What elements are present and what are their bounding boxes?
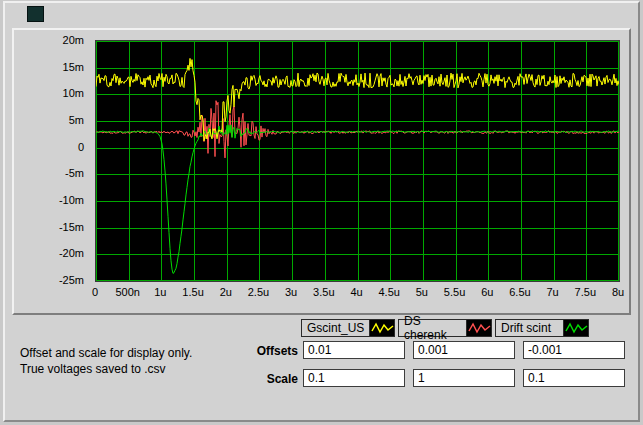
legend-label-ds-cherenk: DS cherenk <box>404 314 466 342</box>
y-tick-label: 5m <box>14 114 84 127</box>
scale-input-ds-cherenk[interactable] <box>413 369 515 387</box>
x-axis-labels: 0500n1u1.5u2u2.5u3u3.5u4u4.5u5u5.5u6u6.5… <box>95 286 620 300</box>
x-tick-label: 8u <box>593 286 643 299</box>
y-tick-label: -5m <box>14 167 84 180</box>
offsets-label: Offsets <box>238 344 298 358</box>
y-tick-label: -10m <box>14 194 84 207</box>
help-line-1: Offset and scale for display only. <box>20 345 192 361</box>
waveform-graph-frame: 20m15m10m5m0-5m-10m-15m-20m-25m 0500n1u1… <box>12 28 631 315</box>
waveform-color-icon-drift-scint[interactable] <box>563 320 588 336</box>
y-tick-label: 0 <box>14 141 84 154</box>
offset-input-ds-cherenk[interactable] <box>413 341 515 359</box>
help-line-2: True voltages saved to .csv <box>20 361 192 377</box>
trace-gscint-us <box>96 58 619 140</box>
waveform-color-icon-ds-cherenk[interactable] <box>466 320 491 336</box>
trace-ds-cherenk <box>96 101 619 158</box>
app-icon <box>27 6 44 22</box>
y-tick-label: 10m <box>14 87 84 100</box>
legend-item-gscint-us[interactable]: Gscint_US <box>301 319 395 337</box>
grid-lines <box>96 41 619 281</box>
legend-label-drift-scint: Drift scint <box>501 321 551 335</box>
legend-label-gscint-us: Gscint_US <box>307 321 364 335</box>
trace-drift-scint <box>96 125 619 274</box>
scale-input-gscint-us[interactable] <box>303 369 405 387</box>
y-tick-label: 20m <box>14 34 84 47</box>
scale-label: Scale <box>238 372 298 386</box>
help-text: Offset and scale for display only. True … <box>20 345 192 377</box>
legend-item-drift-scint[interactable]: Drift scint <box>495 319 589 337</box>
offset-input-drift-scint[interactable] <box>523 341 625 359</box>
y-tick-label: -20m <box>14 247 84 260</box>
y-tick-label: 15m <box>14 61 84 74</box>
legend-item-ds-cherenk[interactable]: DS cherenk <box>398 319 492 337</box>
waveform-color-icon-gscint-us[interactable] <box>369 320 394 336</box>
waveform-plot-area[interactable] <box>95 40 620 282</box>
y-tick-label: -15m <box>14 221 84 234</box>
y-axis-labels: 20m15m10m5m0-5m-10m-15m-20m-25m <box>14 40 89 282</box>
scale-input-drift-scint[interactable] <box>523 369 625 387</box>
offset-input-gscint-us[interactable] <box>303 341 405 359</box>
plot-grid-and-traces <box>96 41 619 281</box>
